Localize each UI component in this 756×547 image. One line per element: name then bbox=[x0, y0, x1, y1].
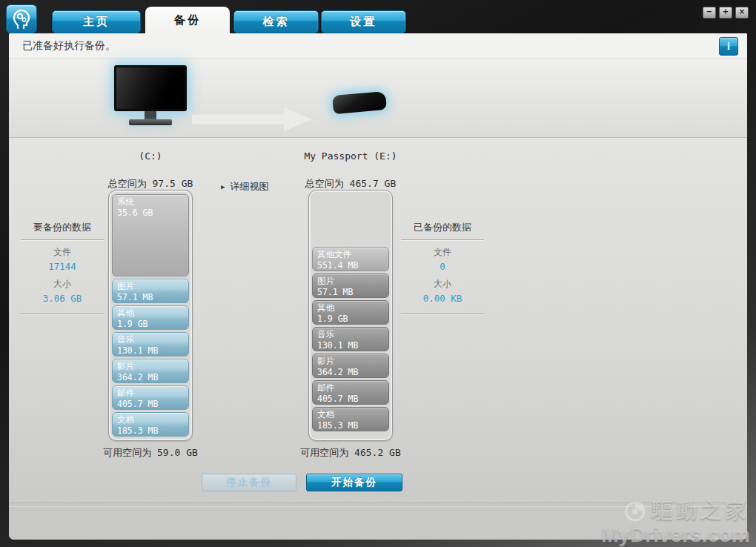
tab-home[interactable]: 主页 bbox=[52, 10, 141, 33]
segment-size: 1.9 GB bbox=[117, 319, 184, 330]
app-body: 已准备好执行备份。 i LX-PC My Passport Essential bbox=[9, 33, 747, 540]
segment-name: 系统 bbox=[117, 196, 184, 208]
size-value: 3.06 GB bbox=[21, 293, 104, 304]
tab-backup[interactable]: 备份 bbox=[145, 7, 230, 34]
start-backup-button[interactable]: 开始备份 bbox=[306, 474, 402, 491]
segment-size: 130.1 MB bbox=[317, 340, 384, 351]
footer-divider bbox=[9, 506, 747, 507]
segment-size: 185.3 MB bbox=[317, 420, 384, 431]
source-capacity-chart: 系统 35.6 GB 图片 57.1 MB 其他 1.9 GB 音乐 130.1… bbox=[108, 190, 193, 441]
files-count: 0 bbox=[401, 261, 484, 272]
segment-name: 图片 bbox=[317, 276, 384, 287]
segment-name: 影片 bbox=[117, 361, 184, 372]
segment-size: 35.6 GB bbox=[117, 208, 184, 219]
segment-documents: 文档 185.3 MB bbox=[112, 412, 189, 437]
segment-name: 音乐 bbox=[117, 334, 184, 345]
files-label: 文件 bbox=[21, 246, 104, 259]
minimize-button[interactable]: − bbox=[703, 7, 716, 19]
target-capacity-chart: 其他文件 551.4 MB 图片 57.1 MB 其他 1.9 GB 音乐 13… bbox=[308, 190, 393, 441]
close-button[interactable]: × bbox=[735, 7, 749, 19]
detail-view-toggle[interactable]: ▶ 详细视图 bbox=[221, 180, 268, 193]
size-label: 大小 bbox=[401, 278, 484, 291]
wd-smartware-logo-icon bbox=[6, 4, 37, 33]
window-controls: − + × bbox=[703, 7, 749, 19]
drive-body bbox=[332, 91, 387, 114]
backup-direction-arrow-icon bbox=[189, 103, 316, 139]
computer-icon bbox=[113, 65, 188, 125]
target-free-space: 可用空间为 465.2 GB bbox=[291, 446, 410, 460]
segment-music: 音乐 130.1 MB bbox=[112, 332, 189, 357]
files-label: 文件 bbox=[401, 246, 484, 259]
segment-size: 364.2 MB bbox=[117, 372, 184, 383]
segment-name: 其他文件 bbox=[317, 249, 384, 260]
segment-other: 其他 1.9 GB bbox=[112, 305, 189, 330]
backup-target-summary: 已备份的数据 文件 0 大小 0.00 KB bbox=[401, 221, 484, 314]
segment-music: 音乐 130.1 MB bbox=[312, 327, 389, 351]
segment-other: 其他 1.9 GB bbox=[312, 300, 389, 325]
segment-size: 405.7 MB bbox=[317, 394, 384, 405]
app-window: 主页 备份 检索 设置 − + × 已准备好执行备份。 i bbox=[0, 0, 756, 547]
source-drive-label: (C:) bbox=[95, 150, 206, 162]
free-space-area bbox=[312, 194, 389, 245]
monitor-base bbox=[129, 119, 172, 125]
detail-view-label: 详细视图 bbox=[230, 180, 268, 193]
summary-title: 已备份的数据 bbox=[401, 221, 484, 240]
segment-name: 文档 bbox=[317, 409, 384, 420]
segment-pictures: 图片 57.1 MB bbox=[312, 274, 389, 298]
tab-settings[interactable]: 设置 bbox=[321, 10, 406, 33]
segment-size: 130.1 MB bbox=[117, 345, 184, 357]
target-drive-label: My Passport (E:) bbox=[295, 150, 406, 162]
target-total-space: 总空间为 465.7 GB bbox=[291, 177, 410, 190]
source-free-space: 可用空间为 59.0 GB bbox=[91, 446, 210, 460]
status-bar: 已准备好执行备份。 i bbox=[9, 33, 747, 59]
summary-title: 要备份的数据 bbox=[21, 221, 104, 240]
segment-name: 影片 bbox=[317, 356, 384, 367]
segment-size: 57.1 MB bbox=[117, 292, 184, 303]
monitor-stand bbox=[145, 111, 156, 119]
segment-other-files: 其他文件 551.4 MB bbox=[312, 247, 389, 271]
footer-bar bbox=[9, 503, 747, 540]
device-illustration: LX-PC My Passport Essential bbox=[9, 59, 747, 138]
backup-source-summary: 要备份的数据 文件 17144 大小 3.06 GB bbox=[21, 221, 104, 314]
segment-size: 551.4 MB bbox=[317, 260, 384, 271]
size-label: 大小 bbox=[21, 278, 104, 291]
maximize-button[interactable]: + bbox=[719, 7, 732, 19]
segment-size: 1.9 GB bbox=[317, 314, 384, 325]
segment-size: 185.3 MB bbox=[117, 425, 184, 437]
files-count: 17144 bbox=[21, 261, 104, 272]
segment-mail: 邮件 405.7 MB bbox=[112, 385, 189, 410]
segment-name: 邮件 bbox=[317, 382, 384, 394]
segment-name: 其他 bbox=[317, 302, 384, 314]
segment-documents: 文档 185.3 MB bbox=[312, 407, 389, 431]
info-button[interactable]: i bbox=[719, 37, 738, 56]
status-message: 已准备好执行备份。 bbox=[22, 39, 116, 53]
size-value: 0.00 KB bbox=[401, 293, 484, 304]
segment-size: 405.7 MB bbox=[117, 399, 184, 410]
segment-pictures: 图片 57.1 MB bbox=[112, 279, 189, 303]
chevron-right-icon: ▶ bbox=[221, 183, 225, 190]
stop-backup-button[interactable]: 停止备份 bbox=[202, 474, 296, 491]
segment-name: 邮件 bbox=[117, 388, 184, 399]
segment-name: 文档 bbox=[117, 414, 184, 425]
monitor-screen bbox=[114, 65, 187, 111]
portable-drive-icon bbox=[326, 93, 393, 112]
segment-size: 364.2 MB bbox=[317, 367, 384, 378]
segment-movies: 影片 364.2 MB bbox=[312, 354, 389, 378]
segment-movies: 影片 364.2 MB bbox=[112, 359, 189, 383]
segment-system: 系统 35.6 GB bbox=[112, 194, 189, 276]
segment-mail: 邮件 405.7 MB bbox=[312, 380, 389, 405]
segment-name: 其他 bbox=[117, 308, 184, 319]
source-total-space: 总空间为 97.5 GB bbox=[91, 177, 210, 190]
tab-retrieve[interactable]: 检索 bbox=[233, 10, 319, 33]
segment-name: 音乐 bbox=[317, 329, 384, 340]
segment-name: 图片 bbox=[117, 281, 184, 292]
segment-size: 57.1 MB bbox=[317, 287, 384, 298]
